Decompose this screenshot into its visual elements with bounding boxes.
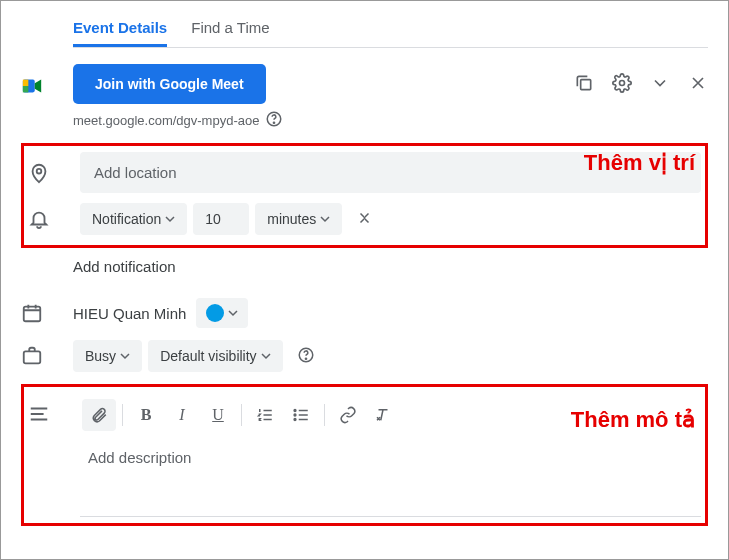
numbered-list-icon[interactable]: [248, 399, 282, 431]
visibility-help-icon[interactable]: [297, 346, 315, 367]
busy-label: Busy: [85, 348, 116, 364]
toolbar-separator: [122, 404, 123, 426]
google-meet-icon: [21, 71, 73, 97]
insert-link-icon[interactable]: [331, 399, 364, 431]
annotation-label-location: Thêm vị trí: [584, 150, 695, 176]
meet-link-text[interactable]: meet.google.com/dgv-mpyd-aoe: [73, 113, 259, 128]
svg-point-6: [274, 122, 275, 123]
visibility-select[interactable]: Default visibility: [148, 340, 282, 372]
tab-find-a-time[interactable]: Find a Time: [191, 11, 269, 47]
chevron-down-icon: [261, 351, 271, 361]
chevron-down-icon: [320, 214, 330, 224]
chevron-down-icon: [120, 351, 130, 361]
meet-help-icon[interactable]: [265, 110, 283, 131]
calendar-color-swatch: [206, 304, 224, 322]
calendar-owner-name: HIEU Quan Minh: [73, 305, 186, 322]
calendar-row: HIEU Quan Minh: [21, 298, 708, 328]
toolbar-separator: [324, 404, 325, 426]
bold-button[interactable]: B: [129, 399, 163, 431]
bullet-list-icon[interactable]: [284, 399, 318, 431]
calendar-color-select[interactable]: [196, 298, 248, 328]
svg-rect-3: [581, 79, 591, 89]
svg-point-13: [294, 414, 296, 416]
toolbar-separator: [241, 404, 242, 426]
copy-link-icon[interactable]: [574, 73, 594, 96]
remove-notification-button[interactable]: [356, 209, 373, 230]
notification-type-label: Notification: [92, 211, 161, 227]
svg-point-12: [294, 410, 296, 412]
settings-gear-icon[interactable]: [612, 73, 632, 96]
svg-point-4: [620, 80, 625, 85]
svg-rect-9: [24, 351, 41, 363]
svg-point-14: [294, 419, 296, 421]
calendar-icon: [21, 302, 73, 324]
tab-event-details[interactable]: Event Details: [73, 11, 167, 47]
svg-rect-8: [24, 307, 41, 322]
notification-row: Notification 10 minutes: [28, 203, 701, 235]
attach-file-icon[interactable]: [82, 399, 116, 431]
remove-meet-icon[interactable]: [688, 73, 708, 96]
underline-button[interactable]: U: [201, 399, 235, 431]
availability-row: Busy Default visibility: [21, 340, 708, 372]
location-pin-icon: [28, 162, 80, 184]
notification-unit-label: minutes: [267, 211, 316, 227]
add-notification-link[interactable]: Add notification: [73, 258, 708, 275]
chevron-down-icon[interactable]: [650, 73, 670, 96]
visibility-label: Default visibility: [160, 348, 256, 364]
meet-row: Join with Google Meet: [21, 64, 708, 104]
clear-formatting-icon[interactable]: [366, 399, 400, 431]
busy-select[interactable]: Busy: [73, 340, 142, 372]
svg-point-7: [37, 168, 42, 173]
annotation-label-description: Thêm mô tả: [571, 407, 695, 433]
description-input[interactable]: Add description: [80, 437, 701, 516]
meet-actions: [574, 73, 708, 96]
tabs-bar: Event Details Find a Time: [73, 11, 708, 48]
svg-rect-2: [23, 86, 29, 92]
notification-value-input[interactable]: 10: [193, 203, 249, 235]
svg-rect-1: [23, 80, 29, 86]
annotation-box-location: Thêm vị trí Add location Notification 10…: [21, 143, 708, 248]
annotation-box-description: Thêm mô tả B I U: [21, 384, 708, 526]
italic-button[interactable]: I: [165, 399, 199, 431]
description-lines-icon: [28, 393, 80, 425]
briefcase-icon: [21, 345, 73, 367]
meet-link-row: meet.google.com/dgv-mpyd-aoe: [73, 110, 708, 131]
bell-icon: [28, 208, 80, 230]
chevron-down-icon: [165, 214, 175, 224]
chevron-down-icon: [228, 308, 238, 318]
notification-type-select[interactable]: Notification: [80, 203, 187, 235]
svg-point-11: [305, 358, 306, 359]
notification-unit-select[interactable]: minutes: [255, 203, 342, 235]
join-google-meet-button[interactable]: Join with Google Meet: [73, 64, 266, 104]
